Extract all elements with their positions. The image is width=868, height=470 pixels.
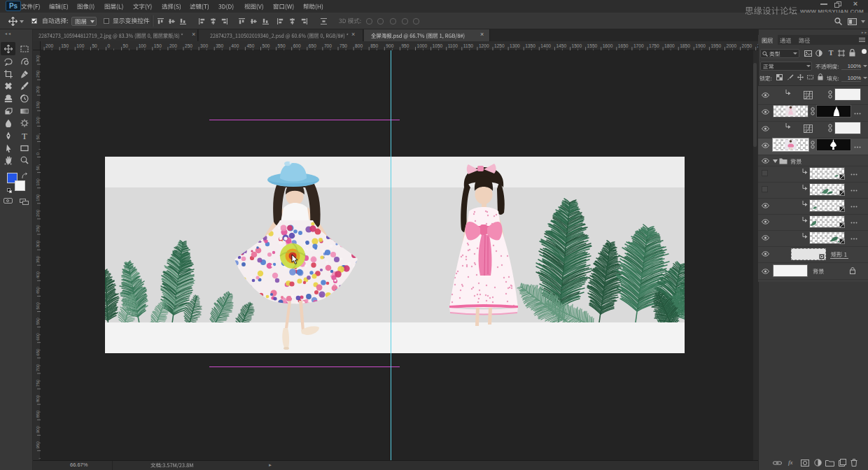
svg-text:500: 500	[35, 302, 40, 310]
svg-text:1250: 1250	[494, 43, 505, 48]
svg-text:150: 150	[154, 43, 162, 48]
svg-text:150: 150	[61, 43, 69, 48]
svg-text:2000: 2000	[727, 43, 737, 48]
svg-text:1900: 1900	[695, 43, 706, 48]
svg-text:100: 100	[35, 116, 40, 124]
svg-text:100: 100	[76, 43, 84, 48]
svg-text:1700: 1700	[634, 43, 644, 48]
svg-text:1000: 1000	[417, 43, 428, 48]
svg-text:800: 800	[355, 43, 363, 48]
svg-text:1150: 1150	[463, 43, 474, 48]
svg-text:300: 300	[200, 43, 208, 48]
svg-text:550: 550	[278, 43, 286, 48]
svg-text:1450: 1450	[556, 43, 566, 48]
svg-text:350: 350	[216, 43, 223, 48]
svg-text:900: 900	[35, 425, 40, 433]
svg-text:150: 150	[35, 101, 40, 108]
svg-text:200: 200	[46, 43, 53, 48]
svg-text:1100: 1100	[448, 43, 458, 48]
svg-text:1050: 1050	[433, 43, 443, 48]
svg-text:1400: 1400	[540, 43, 551, 48]
svg-text:300: 300	[35, 240, 40, 248]
svg-text:50: 50	[35, 165, 40, 170]
svg-text:1300: 1300	[510, 43, 520, 48]
svg-text:200: 200	[169, 43, 177, 48]
svg-text:1200: 1200	[479, 43, 489, 48]
svg-text:850: 850	[370, 43, 378, 48]
svg-text:150: 150	[35, 194, 40, 201]
svg-text:900: 900	[386, 43, 393, 48]
svg-text:350: 350	[35, 255, 40, 263]
svg-text:450: 450	[35, 287, 40, 294]
svg-text:300: 300	[35, 55, 40, 62]
svg-text:500: 500	[262, 43, 270, 48]
svg-text:200: 200	[35, 85, 40, 93]
svg-text:1650: 1650	[618, 43, 629, 48]
svg-text:400: 400	[231, 43, 239, 48]
svg-text:250: 250	[35, 225, 40, 232]
svg-text:1750: 1750	[649, 43, 659, 48]
svg-text:1350: 1350	[525, 43, 536, 48]
svg-text:0: 0	[108, 43, 111, 48]
svg-text:750: 750	[340, 43, 347, 48]
svg-text:700: 700	[35, 364, 40, 371]
svg-text:1850: 1850	[680, 43, 690, 48]
svg-text:250: 250	[35, 70, 40, 78]
svg-text:600: 600	[35, 333, 40, 341]
svg-text:650: 650	[35, 348, 40, 356]
svg-text:50: 50	[92, 43, 97, 48]
svg-text:950: 950	[35, 441, 40, 449]
svg-text:950: 950	[401, 43, 409, 48]
svg-text:550: 550	[35, 318, 40, 325]
svg-text:1500: 1500	[572, 43, 582, 48]
svg-text:600: 600	[293, 43, 301, 48]
svg-text:2050: 2050	[742, 43, 752, 48]
svg-text:1600: 1600	[603, 43, 613, 48]
svg-text:1800: 1800	[664, 43, 675, 48]
svg-text:100: 100	[35, 178, 40, 186]
svg-text:100: 100	[139, 43, 146, 48]
svg-text:700: 700	[324, 43, 332, 48]
svg-text:650: 650	[309, 43, 316, 48]
svg-text:850: 850	[35, 410, 40, 418]
svg-text:1550: 1550	[587, 43, 598, 48]
svg-text:50: 50	[123, 43, 129, 48]
svg-text:750: 750	[35, 379, 40, 387]
svg-text:200: 200	[35, 209, 40, 217]
svg-text:800: 800	[35, 394, 40, 402]
svg-text:250: 250	[185, 43, 192, 48]
svg-text:50: 50	[35, 134, 40, 139]
svg-text:450: 450	[246, 43, 254, 48]
svg-text:1950: 1950	[710, 43, 721, 48]
svg-text:T: T	[22, 131, 27, 140]
svg-text:0: 0	[35, 152, 40, 155]
svg-text:400: 400	[35, 271, 40, 278]
